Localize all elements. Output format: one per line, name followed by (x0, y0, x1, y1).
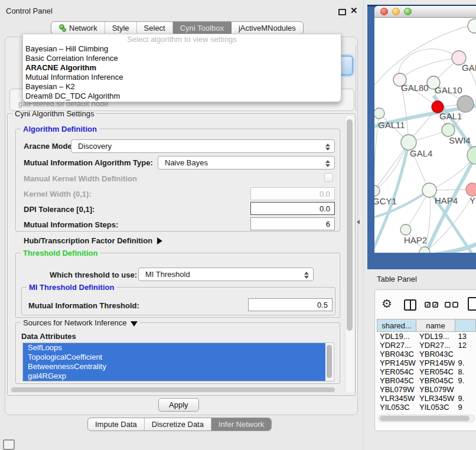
tab-select[interactable]: Select (137, 22, 173, 34)
deselect-all-checkboxes-icon[interactable] (445, 302, 458, 308)
minimize-traffic-light-icon[interactable] (392, 8, 400, 15)
which-threshold-value: MI Threshold (145, 270, 190, 279)
minimized-panel-icon[interactable] (3, 439, 15, 450)
which-threshold-label: Which threshold to use: (50, 270, 137, 279)
network-node-y[interactable] (466, 183, 476, 196)
table-cell: 9. (455, 358, 476, 367)
table-cell: YBL079W (377, 385, 416, 394)
network-canvas[interactable]: GALGAL80GAL10GAL1SWI4GAL11GAL4GCY1HAP4YH… (374, 18, 476, 253)
node-label-gal80: GAL80 (401, 83, 429, 93)
sources-title-text: Sources for Network Inference (23, 318, 127, 327)
column-header-shared[interactable]: shared... (377, 319, 416, 332)
table-cell: 9 (455, 403, 476, 412)
table-row[interactable]: YBL079WYBL079W (377, 385, 476, 394)
mi-threshold-field[interactable]: 0.5 (248, 298, 332, 311)
data-attributes-list[interactable]: SelfLoopsTopologicalCoefficientBetweenne… (22, 343, 334, 381)
sources-title: Sources for Network Inference (21, 318, 140, 327)
algorithm-option-bayesian-k2[interactable]: Bayesian – K2 (23, 82, 341, 92)
which-threshold-combobox[interactable]: MI Threshold (138, 268, 314, 281)
algorithm-option-dream8-dc-tdc-algorithm[interactable]: Dream8 DC_TDC Algorithm (23, 92, 341, 101)
control-panel-tabbar: NetworkStyleSelectCyni ToolboxjActiveMNo… (51, 21, 304, 35)
network-node[interactable] (467, 146, 476, 164)
algorithm-option-aracne-algorithm[interactable]: ARACNE Algorithm (23, 63, 341, 73)
collapse-arrow-icon[interactable] (131, 321, 138, 327)
table-cell (455, 350, 476, 358)
attribute-item-selfloops[interactable]: SelfLoops (23, 343, 325, 353)
float-window-icon[interactable] (338, 9, 346, 15)
manual-kernel-label: Manual Kernel Width Definition (24, 174, 137, 183)
manual-kernel-checkbox[interactable] (324, 173, 333, 182)
table-row[interactable]: YBR045CYBR045C9. (377, 376, 476, 385)
column-header-name[interactable]: name (416, 319, 455, 332)
attribute-item-betweennesscentrality[interactable]: BetweennessCentrality (23, 362, 325, 371)
table-cell: YBR043C (377, 350, 416, 358)
attributes-scrollbar[interactable] (326, 344, 333, 381)
aracne-mode-combobox[interactable]: Discovery (71, 139, 335, 153)
dpi-tolerance-field[interactable]: 0.0 (250, 202, 335, 215)
dpi-tolerance-label: DPI Tolerance [0,1]: (24, 205, 94, 214)
table-cell: YPR145W (416, 358, 455, 367)
algorithm-option-mutual-information-inference[interactable]: Mutual Information Inference (23, 73, 341, 82)
node-label-gal1: GAL1 (439, 111, 462, 121)
node-table: shared...name YDL19...YDL19...13YDR27...… (377, 319, 476, 412)
spinner-arrows-icon (303, 270, 310, 279)
mi-type-label: Mutual Information Algorithm Type: (24, 158, 153, 167)
tab-impute-data[interactable]: Impute Data (88, 418, 145, 431)
algorithm-placeholder: Select algorithm to view settings (23, 34, 341, 44)
network-node-swi4[interactable] (442, 123, 455, 136)
splitpane-collapse-icon[interactable] (357, 220, 360, 224)
zoom-traffic-light-icon[interactable] (404, 8, 412, 15)
table-cell: YIL053C (416, 403, 455, 412)
table-row[interactable]: YDL19...YDL19...13 (377, 332, 476, 341)
tab-jactivemnodules[interactable]: jActiveMNodules (232, 22, 303, 34)
table-cell (455, 385, 476, 394)
table-row[interactable]: YER054CYER054C8. (377, 367, 476, 376)
node-label-gal11: GAL11 (378, 120, 405, 130)
mi-steps-field[interactable]: 6 (250, 217, 335, 230)
columns-icon[interactable] (404, 299, 416, 311)
close-traffic-light-icon[interactable] (380, 8, 388, 15)
table-function-icon[interactable] (468, 297, 476, 311)
table-row[interactable]: YBR043CYBR043C (377, 350, 476, 358)
tab-discretize-data[interactable]: Discretize Data (145, 418, 211, 431)
expand-arrow-icon (157, 237, 162, 244)
table-row[interactable]: YPR145WYPR145W9. (377, 358, 476, 367)
tab-network[interactable]: Network (51, 22, 105, 34)
table-cell: YDL19... (416, 332, 455, 341)
panel-divider (363, 0, 364, 450)
control-panel-title: Control Panel (6, 6, 53, 15)
algorithm-dropdown-popup: Select algorithm to view settings Bayesi… (22, 34, 341, 102)
mi-type-combobox[interactable]: Naive Bayes (158, 156, 335, 169)
table-row[interactable]: YIL053CYIL053C9 (377, 403, 476, 412)
gear-icon[interactable]: ⚙ (382, 298, 392, 309)
network-window-titlebar[interactable] (374, 6, 476, 18)
tab-cyni-toolbox[interactable]: Cyni Toolbox (173, 22, 232, 34)
table-header-row: shared...name (377, 319, 476, 332)
table-cell: YBR045C (377, 376, 416, 385)
table-row[interactable]: YDR27...YDR27...12 (377, 341, 476, 350)
apply-button[interactable]: Apply (158, 398, 199, 412)
network-node[interactable] (468, 19, 476, 33)
mi-threshold-title: MI Threshold Definition (27, 283, 116, 292)
table-horizontal-scrollbar[interactable] (378, 415, 475, 422)
network-node-gal11[interactable] (374, 108, 384, 119)
table-cell: 9. (455, 394, 476, 403)
table-row[interactable]: YLR345WYLR345W9. (377, 394, 476, 403)
network-node[interactable] (457, 96, 474, 112)
settings-vertical-scrollbar[interactable] (345, 116, 354, 392)
attribute-item-topologicalcoefficient[interactable]: TopologicalCoefficient (23, 353, 325, 362)
attribute-item-gal4rgexp[interactable]: gal4RGexp (23, 371, 325, 381)
network-icon (58, 24, 66, 32)
close-icon[interactable]: ✕ (350, 5, 358, 16)
tab-style[interactable]: Style (105, 22, 137, 34)
table-cell: YPR145W (377, 358, 416, 367)
algorithm-option-basic-correlation-inference[interactable]: Basic Correlation Inference (23, 54, 341, 63)
tab-label: Select (144, 24, 165, 32)
tab-infer-network[interactable]: Infer Network (211, 418, 271, 431)
column-header-hidden[interactable] (455, 319, 476, 332)
hub-section-toggle[interactable]: Hub/Transcription Factor Definition (24, 236, 162, 245)
network-node-hap2[interactable] (400, 224, 411, 235)
select-all-checkboxes-icon[interactable]: ✓✓ (425, 302, 438, 308)
settings-horizontal-scrollbar[interactable] (9, 387, 344, 393)
algorithm-option-bayesian-hill-climbing[interactable]: Bayesian – Hill Climbing (23, 44, 341, 54)
